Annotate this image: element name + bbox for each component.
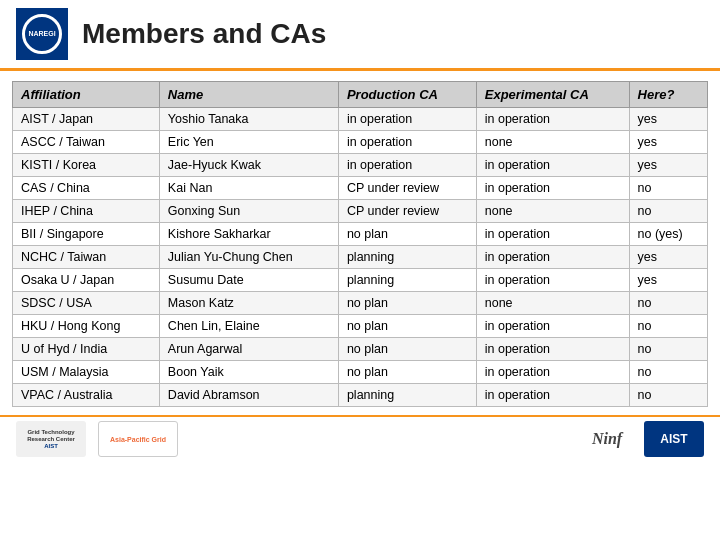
table-cell: U of Hyd / India (13, 338, 160, 361)
table-cell: no plan (338, 361, 476, 384)
table-cell: Osaka U / Japan (13, 269, 160, 292)
table-cell: yes (629, 108, 707, 131)
footer-logo-ninf: Ninf (582, 425, 632, 453)
table-cell: no (yes) (629, 223, 707, 246)
table-cell: BII / Singapore (13, 223, 160, 246)
table-cell: no (629, 200, 707, 223)
table-cell: HKU / Hong Kong (13, 315, 160, 338)
header: NAREGI Members and CAs (0, 0, 720, 71)
table-cell: Julian Yu-Chung Chen (159, 246, 338, 269)
table-cell: in operation (476, 315, 629, 338)
table-cell: no plan (338, 315, 476, 338)
table-cell: USM / Malaysia (13, 361, 160, 384)
table-cell: in operation (338, 154, 476, 177)
table-cell: in operation (476, 154, 629, 177)
table-cell: none (476, 131, 629, 154)
table-cell: planning (338, 246, 476, 269)
table-cell: Chen Lin, Elaine (159, 315, 338, 338)
table-row: NCHC / TaiwanJulian Yu-Chung Chenplannin… (13, 246, 708, 269)
table-cell: ASCC / Taiwan (13, 131, 160, 154)
logo-box: NAREGI (16, 8, 68, 60)
footer: Grid Technology Research Center AIST Asi… (0, 415, 720, 461)
table-cell: KISTI / Korea (13, 154, 160, 177)
table-cell: in operation (476, 384, 629, 407)
table-row: HKU / Hong KongChen Lin, Elaineno planin… (13, 315, 708, 338)
table-cell: Jae-Hyuck Kwak (159, 154, 338, 177)
members-table: Affiliation Name Production CA Experimen… (12, 81, 708, 407)
table-cell: SDSC / USA (13, 292, 160, 315)
table-cell: no (629, 292, 707, 315)
table-cell: planning (338, 269, 476, 292)
table-cell: Kai Nan (159, 177, 338, 200)
table-cell: no plan (338, 223, 476, 246)
table-cell: in operation (476, 246, 629, 269)
table-row: AIST / JapanYoshio Tanakain operationin … (13, 108, 708, 131)
table-cell: no (629, 177, 707, 200)
table-cell: none (476, 292, 629, 315)
table-cell: Yoshio Tanaka (159, 108, 338, 131)
table-cell: CP under review (338, 200, 476, 223)
table-cell: in operation (476, 177, 629, 200)
table-cell: no (629, 361, 707, 384)
page-title: Members and CAs (82, 18, 326, 50)
table-cell: in operation (476, 361, 629, 384)
table-cell: in operation (338, 131, 476, 154)
table-cell: CP under review (338, 177, 476, 200)
table-cell: CAS / China (13, 177, 160, 200)
table-row: KISTI / KoreaJae-Hyuck Kwakin operationi… (13, 154, 708, 177)
table-cell: no plan (338, 338, 476, 361)
table-cell: no (629, 338, 707, 361)
col-affiliation: Affiliation (13, 82, 160, 108)
table-cell: yes (629, 154, 707, 177)
table-cell: Arun Agarwal (159, 338, 338, 361)
table-cell: Eric Yen (159, 131, 338, 154)
col-name: Name (159, 82, 338, 108)
table-cell: IHEP / China (13, 200, 160, 223)
table-row: IHEP / ChinaGonxing SunCP under reviewno… (13, 200, 708, 223)
table-cell: in operation (476, 269, 629, 292)
table-row: BII / SingaporeKishore Sakharkarno plani… (13, 223, 708, 246)
table-cell: NCHC / Taiwan (13, 246, 160, 269)
table-cell: David Abramson (159, 384, 338, 407)
table-cell: AIST / Japan (13, 108, 160, 131)
table-cell: no plan (338, 292, 476, 315)
col-here: Here? (629, 82, 707, 108)
table-cell: Gonxing Sun (159, 200, 338, 223)
table-cell: in operation (476, 108, 629, 131)
footer-logo-apgrid: Asia-Pacific Grid (98, 421, 178, 457)
table-row: SDSC / USAMason Katzno plannoneno (13, 292, 708, 315)
table-cell: yes (629, 269, 707, 292)
table-cell: in operation (338, 108, 476, 131)
table-row: CAS / ChinaKai NanCP under reviewin oper… (13, 177, 708, 200)
footer-logo-grid: Grid Technology Research Center AIST (16, 421, 86, 457)
table-cell: no (629, 384, 707, 407)
table-cell: yes (629, 131, 707, 154)
table-row: VPAC / AustraliaDavid Abramsonplanningin… (13, 384, 708, 407)
table-cell: in operation (476, 223, 629, 246)
table-cell: no (629, 315, 707, 338)
table-cell: in operation (476, 338, 629, 361)
col-experimental-ca: Experimental CA (476, 82, 629, 108)
table-row: U of Hyd / IndiaArun Agarwalno planin op… (13, 338, 708, 361)
table-cell: planning (338, 384, 476, 407)
table-cell: yes (629, 246, 707, 269)
table-cell: Kishore Sakharkar (159, 223, 338, 246)
table-cell: Mason Katz (159, 292, 338, 315)
col-production-ca: Production CA (338, 82, 476, 108)
table-row: ASCC / TaiwanEric Yenin operationnoneyes (13, 131, 708, 154)
table-header-row: Affiliation Name Production CA Experimen… (13, 82, 708, 108)
table-cell: VPAC / Australia (13, 384, 160, 407)
footer-logo-aist: AIST (644, 421, 704, 457)
table-cell: Susumu Date (159, 269, 338, 292)
table-row: Osaka U / JapanSusumu Dateplanningin ope… (13, 269, 708, 292)
table-cell: none (476, 200, 629, 223)
content: Affiliation Name Production CA Experimen… (0, 71, 720, 415)
table-row: USM / MalaysiaBoon Yaikno planin operati… (13, 361, 708, 384)
table-cell: Boon Yaik (159, 361, 338, 384)
